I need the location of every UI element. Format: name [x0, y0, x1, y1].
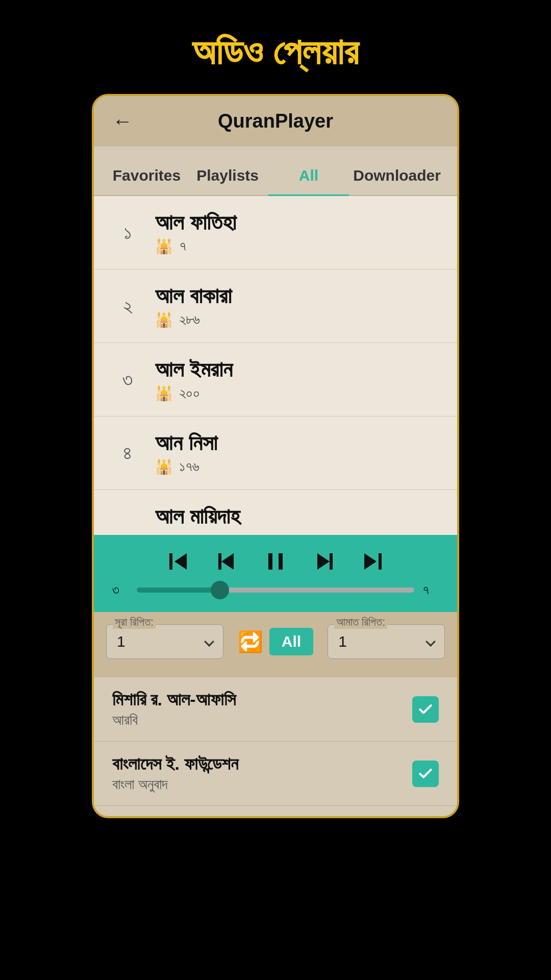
surah-meta-1: 🕌 ৭	[155, 238, 439, 255]
mosque-icon-1: 🕌	[155, 238, 173, 255]
svg-rect-5	[279, 553, 283, 570]
svg-marker-8	[364, 553, 377, 570]
ayah-repeat-group: আমাত রিপিত: 1	[328, 624, 445, 659]
surah-item-partial[interactable]: আল মায়িদাহ	[94, 490, 457, 535]
surah-item-1[interactable]: ১ আল ফাতিহা 🕌 ৭	[94, 196, 457, 270]
surah-item-4[interactable]: ৪ আন নিসা 🕌 ১৭৬	[94, 416, 457, 490]
app-title: QuranPlayer	[218, 110, 333, 132]
svg-rect-7	[330, 553, 333, 570]
mosque-icon-2: 🕌	[155, 311, 173, 328]
repeat-center: 🔁 All	[232, 628, 319, 655]
surah-name-4: আন নিসা	[155, 431, 439, 455]
mosque-icon-3: 🕌	[155, 385, 173, 402]
svg-rect-4	[268, 553, 272, 570]
mosque-icon-4: 🕌	[155, 458, 173, 475]
surah-verses-2: ২৮৬	[179, 311, 200, 328]
tab-playlists[interactable]: Playlists	[187, 159, 268, 195]
reader-check-2[interactable]	[412, 761, 439, 787]
reader-list: মিশারি র. আল-আফাসি আরবি বাংলাদেস ই. ফাউন…	[94, 677, 457, 816]
repeat-row: সূরা রিপিত: 1 🔁 All আমাত রিপিত: 1	[106, 624, 445, 659]
progress-start: ৩	[112, 582, 129, 598]
player-bottom: সূরা রিপিত: 1 🔁 All আমাত রিপিত: 1	[94, 612, 457, 677]
surah-info-2: আল বাকারা 🕌 ২৮৬	[143, 284, 439, 328]
progress-fill	[137, 587, 220, 593]
surah-item-3[interactable]: ৩ আল ইমরান 🕌 ২০০	[94, 343, 457, 416]
surah-verses-1: ৭	[179, 238, 186, 255]
svg-marker-6	[317, 553, 330, 570]
next-button[interactable]	[312, 549, 337, 574]
surah-verses-3: ২০০	[179, 385, 200, 402]
surah-number-1: ১	[112, 222, 143, 244]
reader-item-1[interactable]: মিশারি র. আল-আফাসি আরবি	[94, 677, 457, 742]
surah-info-1: আল ফাতিহা 🕌 ৭	[143, 210, 439, 255]
svg-rect-2	[218, 553, 221, 570]
progress-thumb[interactable]	[211, 581, 229, 599]
skip-end-button[interactable]	[361, 549, 386, 574]
repeat-all-button[interactable]: All	[269, 628, 313, 655]
surah-repeat-select[interactable]: 1	[115, 629, 215, 654]
phone-frame: ← QuranPlayer Favorites Playlists All Do…	[92, 94, 459, 818]
surah-verses-4: ১৭৬	[179, 458, 199, 475]
surah-name-1: আল ফাতিহা	[155, 210, 439, 235]
prev-button[interactable]	[214, 549, 239, 574]
ayah-repeat-select[interactable]: 1	[336, 629, 436, 654]
transport-controls	[112, 549, 439, 574]
surah-name-3: আল ইমরান	[155, 357, 439, 382]
surah-repeat-chevron	[204, 636, 214, 647]
surah-number-2: ২	[112, 295, 143, 317]
reader-info-2: বাংলাদেস ই. ফাউন্ডেশন বাংলা অনুবাদ	[112, 754, 412, 793]
surah-meta-2: 🕌 ২৮৬	[155, 311, 439, 328]
player-bar: ৩ ৭	[94, 535, 457, 612]
surah-item-2[interactable]: ২ আল বাকারা 🕌 ২৮৬	[94, 270, 457, 343]
skip-start-button[interactable]	[165, 549, 190, 574]
reader-lang-2: বাংলা অনুবাদ	[112, 776, 412, 793]
surah-repeat-label: সূরা রিপিত:	[113, 616, 156, 629]
ayah-repeat-label: আমাত রিপিত:	[334, 616, 387, 629]
svg-marker-3	[221, 553, 234, 570]
surah-repeat-value: 1	[117, 633, 126, 650]
surah-name-2: আল বাকারা	[155, 284, 439, 308]
surah-number-4: ৪	[112, 442, 143, 464]
ayah-repeat-value: 1	[338, 633, 347, 650]
reader-name-1: মিশারি র. আল-আফাসি	[112, 690, 412, 710]
surah-meta-3: 🕌 ২০০	[155, 385, 439, 402]
surah-number-3: ৩	[112, 369, 143, 391]
reader-item-2[interactable]: বাংলাদেস ই. ফাউন্ডেশন বাংলা অনুবাদ	[94, 742, 457, 806]
progress-row: ৩ ৭	[112, 582, 439, 598]
ayah-repeat-chevron	[425, 636, 436, 647]
svg-marker-1	[174, 553, 187, 570]
surah-meta-4: 🕌 ১৭৬	[155, 458, 439, 475]
surah-repeat-group: সূরা রিপিত: 1	[106, 624, 223, 659]
page-title: অডিও প্লেয়ার	[192, 31, 359, 74]
app-header: ← QuranPlayer	[94, 96, 457, 146]
pause-button[interactable]	[263, 549, 288, 574]
surah-info-4: আন নিসা 🕌 ১৭৬	[143, 431, 439, 475]
surah-list: ১ আল ফাতিহা 🕌 ৭ ২ আল বাকারা 🕌 ২৮৬	[94, 196, 457, 535]
reader-check-1[interactable]	[412, 696, 439, 723]
repeat-icon: 🔁	[238, 630, 263, 654]
tab-downloader[interactable]: Downloader	[349, 159, 445, 195]
surah-info-3: আল ইমরান 🕌 ২০০	[143, 357, 439, 402]
tab-bar: Favorites Playlists All Downloader	[94, 146, 457, 196]
partial-surah-name: আল মায়িদাহ	[112, 504, 439, 529]
reader-name-2: বাংলাদেস ই. ফাউন্ডেশন	[112, 754, 412, 774]
tab-all[interactable]: All	[268, 159, 349, 196]
progress-end: ৭	[422, 582, 439, 598]
svg-rect-9	[379, 553, 382, 570]
reader-info-1: মিশারি র. আল-আফাসি আরবি	[112, 690, 412, 729]
reader-lang-1: আরবি	[112, 712, 412, 729]
svg-rect-0	[169, 553, 172, 570]
tab-favorites[interactable]: Favorites	[106, 159, 187, 195]
back-button[interactable]: ←	[112, 110, 133, 133]
progress-track[interactable]	[137, 587, 414, 593]
